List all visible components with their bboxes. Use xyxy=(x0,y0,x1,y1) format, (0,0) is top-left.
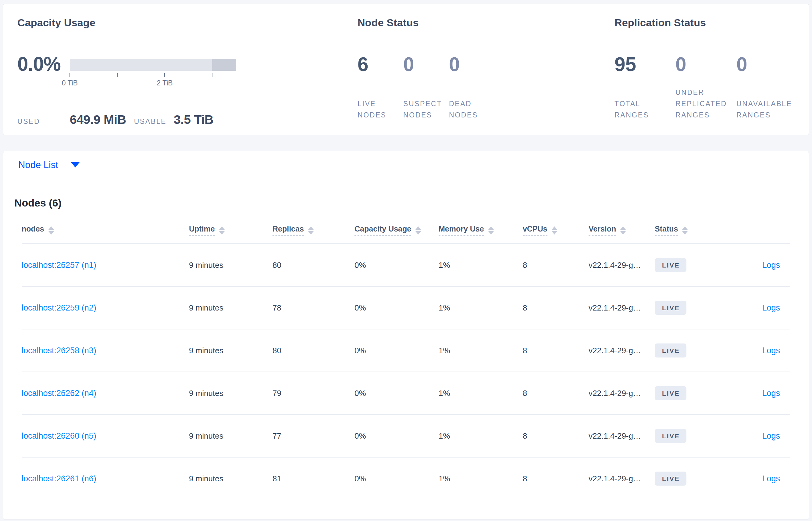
capacity-footer: USED 649.9 MiB USABLE 3.5 TiB xyxy=(17,113,358,127)
table-row: localhost:26257 (n1)9 minutes800%1%8v22.… xyxy=(22,244,790,287)
sort-desc-icon xyxy=(552,231,557,234)
node-link[interactable]: localhost:26260 (n5) xyxy=(22,431,96,440)
version-cell: v22.1.4-29-g… xyxy=(589,260,655,270)
table-row: localhost:26262 (n4)9 minutes790%1%8v22.… xyxy=(22,372,790,415)
version-cell: v22.1.4-29-g… xyxy=(589,346,655,355)
node-cell: localhost:26262 (n4) xyxy=(22,389,189,398)
capacity-bar-chart: 0 TiB2 TiB xyxy=(70,59,236,88)
capacity-bar xyxy=(70,59,236,71)
node-link[interactable]: localhost:26262 (n4) xyxy=(22,389,96,398)
capacity-usage-section: Capacity Usage 0.0% 0 TiB2 TiB USED 649.… xyxy=(17,16,358,126)
sort-icon[interactable] xyxy=(219,226,225,234)
vcpus-cell: 8 xyxy=(523,474,589,483)
metric-label: SUSPECT NODES xyxy=(403,98,449,121)
logs-link[interactable]: Logs xyxy=(762,474,780,483)
nodes-table-header-row: nodesUptimeReplicasCapacity UsageMemory … xyxy=(22,217,790,244)
sort-asc-icon xyxy=(682,226,688,230)
column-header-label[interactable]: Capacity Usage xyxy=(355,225,411,236)
memory-use-cell: 1% xyxy=(438,431,523,441)
metric-value: 6 xyxy=(358,54,403,75)
node-cell: localhost:26259 (n2) xyxy=(22,303,189,313)
capacity-usage-cell: 0% xyxy=(355,303,438,313)
node-link[interactable]: localhost:26257 (n1) xyxy=(22,260,96,270)
capacity-axis-labels: 0 TiB2 TiB xyxy=(70,79,236,88)
table-row: localhost:26261 (n6)9 minutes810%1%8v22.… xyxy=(22,457,790,500)
column-header-label[interactable]: Version xyxy=(589,225,616,236)
node-status-title: Node Status xyxy=(358,16,615,29)
metric-label: TOTAL RANGES xyxy=(615,98,675,121)
status-badge: LIVE xyxy=(655,386,687,400)
sort-desc-icon xyxy=(48,231,54,234)
metric-value: 0 xyxy=(403,54,449,75)
column-header-vcpus[interactable]: vCPUs xyxy=(523,225,589,236)
logs-link[interactable]: Logs xyxy=(762,389,780,398)
status-cell: LIVE xyxy=(655,429,710,443)
logs-link[interactable]: Logs xyxy=(762,431,780,440)
status-badge: LIVE xyxy=(655,258,687,272)
metric: 95TOTAL RANGES xyxy=(615,54,675,121)
table-row: localhost:26258 (n3)9 minutes800%1%8v22.… xyxy=(22,330,790,372)
metric-value: 0 xyxy=(449,54,495,75)
sort-icon[interactable] xyxy=(552,226,557,234)
memory-use-cell: 1% xyxy=(438,346,523,355)
sort-asc-icon xyxy=(219,226,225,230)
replicas-cell: 79 xyxy=(272,389,355,398)
used-value: 649.9 MiB xyxy=(70,113,126,127)
logs-link[interactable]: Logs xyxy=(762,260,780,270)
replication-status-section: Replication Status 95TOTAL RANGES0UNDER-… xyxy=(615,16,797,126)
column-header-version[interactable]: Version xyxy=(589,225,655,236)
column-header-label[interactable]: nodes xyxy=(22,225,44,236)
sort-icon[interactable] xyxy=(682,226,688,234)
axis-tick-mark xyxy=(212,73,212,77)
memory-use-cell: 1% xyxy=(438,260,523,270)
node-link[interactable]: localhost:26258 (n3) xyxy=(22,346,96,355)
column-header-label[interactable]: vCPUs xyxy=(523,225,547,236)
sort-icon[interactable] xyxy=(308,226,314,234)
uptime-cell: 9 minutes xyxy=(189,346,272,355)
logs-link[interactable]: Logs xyxy=(762,303,780,312)
sort-asc-icon xyxy=(308,226,314,230)
node-status-section: Node Status 6LIVE NODES0SUSPECT NODES0DE… xyxy=(358,16,615,126)
version-cell: v22.1.4-29-g… xyxy=(589,303,655,313)
column-header-label[interactable]: Status xyxy=(655,225,678,236)
view-dropdown[interactable]: Node List xyxy=(18,160,79,171)
sort-icon[interactable] xyxy=(488,226,494,234)
node-cell: localhost:26260 (n5) xyxy=(22,431,189,441)
column-header-label[interactable]: Replicas xyxy=(272,225,304,236)
column-header-replicas[interactable]: Replicas xyxy=(272,225,355,236)
node-cell: localhost:26258 (n3) xyxy=(22,346,189,355)
logs-link[interactable]: Logs xyxy=(762,346,780,355)
node-link[interactable]: localhost:26261 (n6) xyxy=(22,474,96,483)
sort-icon[interactable] xyxy=(620,226,626,234)
column-header-nodes[interactable]: nodes xyxy=(22,225,189,236)
capacity-usage-cell: 0% xyxy=(355,431,438,441)
sort-icon[interactable] xyxy=(415,226,421,234)
column-header-label[interactable]: Memory Use xyxy=(438,225,484,236)
sort-icon[interactable] xyxy=(48,226,54,234)
axis-tick-label: 0 TiB xyxy=(62,79,78,87)
sort-asc-icon xyxy=(620,226,626,230)
sort-desc-icon xyxy=(620,231,626,234)
vcpus-cell: 8 xyxy=(523,260,589,270)
nodes-table-title: Nodes (6) xyxy=(14,197,809,209)
metric: 0UNAVAILABLE RANGES xyxy=(736,54,797,121)
node-cell: localhost:26261 (n6) xyxy=(22,474,189,483)
memory-use-cell: 1% xyxy=(438,474,523,483)
metric: 0UNDER- REPLICATED RANGES xyxy=(675,54,736,121)
sort-desc-icon xyxy=(219,231,225,234)
status-cell: LIVE xyxy=(655,258,710,272)
node-link[interactable]: localhost:26259 (n2) xyxy=(22,303,96,312)
column-header-memory-use[interactable]: Memory Use xyxy=(438,225,523,236)
metric-label: LIVE NODES xyxy=(358,98,403,121)
version-cell: v22.1.4-29-g… xyxy=(589,474,655,483)
column-header-capacity-usage[interactable]: Capacity Usage xyxy=(355,225,438,236)
cluster-summary-card: Capacity Usage 0.0% 0 TiB2 TiB USED 649.… xyxy=(3,4,809,135)
metric-label: DEAD NODES xyxy=(449,98,495,121)
node-status-metrics: 6LIVE NODES0SUSPECT NODES0DEAD NODES xyxy=(358,54,615,121)
column-header-label[interactable]: Uptime xyxy=(189,225,215,236)
column-header-status[interactable]: Status xyxy=(655,225,710,236)
table-row: localhost:26259 (n2)9 minutes780%1%8v22.… xyxy=(22,287,790,330)
status-badge: LIVE xyxy=(655,429,687,443)
column-header-uptime[interactable]: Uptime xyxy=(189,225,272,236)
logs-cell: Logs xyxy=(710,474,790,483)
